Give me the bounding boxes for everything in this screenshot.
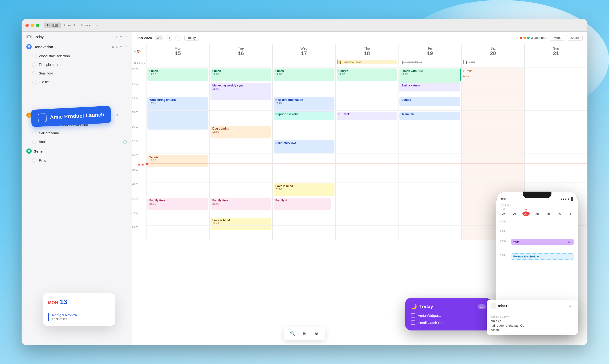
task-checkbox[interactable]	[32, 131, 36, 135]
time-cell-wed-2100[interactable]: Family ti	[272, 197, 335, 211]
time-cell-tue-1600[interactable]: Dog training 16:00	[209, 125, 272, 139]
time-cell-fri-2200[interactable]	[398, 211, 461, 225]
minimize-button[interactable]	[31, 24, 34, 27]
time-cell-fri-1400[interactable]: Demos	[398, 96, 461, 110]
time-cell-thu-2000[interactable]	[335, 182, 399, 197]
time-cell-wed-1600[interactable]	[272, 125, 335, 139]
time-cell-sun-1400[interactable]	[524, 96, 587, 110]
time-cell-fri-1300[interactable]: Emilia x Anna	[398, 82, 461, 96]
time-cell-fri-1200[interactable]: Lunch with Eric 12:00	[398, 67, 461, 82]
time-cell-sat-1800[interactable]	[461, 154, 524, 168]
settings-toolbar-button[interactable]: ⚙	[312, 329, 321, 338]
phone-event-release[interactable]: Release to schedule	[511, 253, 574, 260]
time-cell-tue-2100[interactable]: Family time 21:00	[209, 197, 272, 211]
meet-button[interactable]: Meet	[550, 35, 564, 41]
today-add-button[interactable]: +	[120, 35, 122, 39]
time-cell-mon-1800[interactable]: Tennis 18:00	[146, 154, 209, 168]
widget-checkbox-1[interactable]	[411, 313, 415, 318]
phone-event-yoga[interactable]: Yoga 30+	[511, 239, 574, 245]
event-lunch-mon[interactable]: Lunch 12:00	[147, 68, 208, 81]
renovation-add-button[interactable]: +	[120, 45, 122, 49]
tab-inbox[interactable]: Inbox 4	[62, 23, 78, 28]
next-week-more[interactable]: ···	[124, 113, 127, 117]
maximize-button[interactable]	[36, 24, 39, 27]
time-cell-tue-1700[interactable]	[209, 139, 272, 154]
time-cell-sun-1700[interactable]	[524, 139, 587, 154]
time-cell-sun-1500[interactable]	[524, 110, 587, 125]
time-cell-wed-2200[interactable]	[272, 211, 335, 225]
time-cell-wed-2300[interactable]	[272, 225, 335, 240]
time-cell-sat-1300[interactable]	[461, 82, 524, 96]
time-cell-wed-1900[interactable]	[272, 168, 335, 182]
event-lunch-wed[interactable]: Lunch 12:00	[274, 68, 334, 81]
add-event-icon[interactable]: + 🏠	[132, 44, 146, 59]
time-cell-fri-1600[interactable]	[398, 125, 461, 139]
general-add[interactable]: +	[120, 149, 122, 153]
widget-checkbox-2[interactable]	[411, 320, 415, 325]
event-demos[interactable]: Demos	[400, 97, 460, 106]
event-family-time-wed[interactable]: Family ti	[274, 198, 331, 210]
task-checkbox[interactable]	[32, 140, 36, 144]
time-cell-wed-1400[interactable]: New hire orientation 14:00	[272, 96, 335, 110]
time-cell-fri-2100[interactable]	[398, 197, 461, 211]
time-cell-sun-1900[interactable]	[524, 168, 587, 182]
time-cell-tue-2300[interactable]	[209, 225, 272, 240]
time-cell-sun-1300[interactable]	[524, 82, 587, 96]
time-cell-thu-1800[interactable]	[335, 154, 399, 168]
event-user-interview[interactable]: User interview:	[274, 140, 334, 153]
time-cell-tue-1900[interactable]	[209, 168, 272, 182]
close-button[interactable]	[25, 24, 29, 27]
event-family-time-mon[interactable]: Family time 21:00	[147, 198, 208, 210]
task-grandma[interactable]: Call grandma	[22, 129, 132, 137]
time-cell-tue-1300[interactable]: Marketing weekly sync 13:00	[209, 82, 272, 96]
tab-more[interactable]: 8 more	[78, 23, 93, 28]
event-dog-training[interactable]: Dog training 16:00	[210, 126, 271, 138]
deadline-event[interactable]: ▌ Deadline: Team	[337, 60, 397, 65]
event-lunch-tue[interactable]: Lunch 12:00	[210, 68, 271, 81]
time-cell-wed-1300[interactable]	[272, 82, 335, 96]
time-cell-mon-1300[interactable]	[146, 82, 209, 96]
inbox-more-button[interactable]: ···	[571, 304, 574, 308]
time-cell-sat-1600[interactable]	[461, 125, 524, 139]
task-wood-stain[interactable]: Wood stain selection	[22, 52, 132, 60]
event-barrys[interactable]: Barry's 12:00	[337, 68, 398, 81]
time-cell-wed-1200[interactable]: Lunch 12:00	[272, 67, 335, 82]
time-cell-wed-1500[interactable]: Reprioritise rolle	[272, 110, 335, 125]
time-cell-thu-2200[interactable]	[335, 211, 399, 225]
francis-event[interactable]: ▌ Francis OOO	[400, 60, 460, 65]
today-more-button[interactable]: ···	[124, 35, 127, 39]
time-cell-sat-1500[interactable]	[461, 110, 524, 125]
time-cell-mon-2300[interactable]	[146, 225, 209, 240]
time-cell-fri-1900[interactable]	[398, 168, 461, 182]
widget-item-2[interactable]: Email Catch Up	[411, 320, 486, 325]
time-cell-mon-2100[interactable]: Family time 21:00	[146, 197, 209, 211]
time-cell-fri-2300[interactable]	[398, 225, 461, 240]
paris-all-day-event[interactable]: ▌ Paris	[463, 60, 523, 65]
time-cell-thu-1300[interactable]	[335, 82, 399, 96]
time-cell-mon-2200[interactable]	[146, 211, 209, 225]
event-reprioritise[interactable]: Reprioritise rolle	[274, 112, 334, 120]
task-checkbox[interactable]	[32, 158, 36, 163]
time-cell-tue-2200[interactable]: Love is blind 21:45	[209, 211, 272, 225]
layout-toolbar-button[interactable]: ⊞	[300, 329, 309, 338]
time-cell-wed-1700[interactable]: User interview:	[272, 139, 335, 154]
event-love-is-blind-wed[interactable]: Love is blind 20:00	[274, 183, 334, 196]
time-cell-thu-1400[interactable]	[335, 96, 399, 110]
time-cell-thu-1700[interactable]	[335, 139, 399, 154]
time-cell-thu-1900[interactable]	[335, 168, 399, 182]
general-header[interactable]: Gene + ···	[22, 146, 132, 156]
renovation-more-button[interactable]: ···	[124, 45, 127, 49]
time-cell-thu-1600[interactable]	[335, 125, 399, 139]
time-cell-thu-2300[interactable]	[335, 225, 399, 240]
time-cell-fri-1500[interactable]: Team fika	[398, 110, 461, 125]
time-cell-thu-1200[interactable]: Barry's 12:00	[335, 67, 399, 82]
task-checkbox[interactable]	[32, 80, 36, 84]
time-cell-sat-1700[interactable]	[461, 139, 524, 154]
sidebar-item-today[interactable]: Today 6 + ···	[22, 32, 132, 42]
time-cell-mon-1500[interactable]	[146, 110, 209, 125]
task-checkbox[interactable]	[32, 63, 36, 67]
event-e-nick[interactable]: E... Nick	[337, 112, 398, 120]
time-cell-tue-1400[interactable]	[209, 96, 272, 110]
calendar-next-button[interactable]: ›	[175, 35, 181, 41]
time-cell-tue-1200[interactable]: Lunch 12:00	[209, 67, 272, 82]
